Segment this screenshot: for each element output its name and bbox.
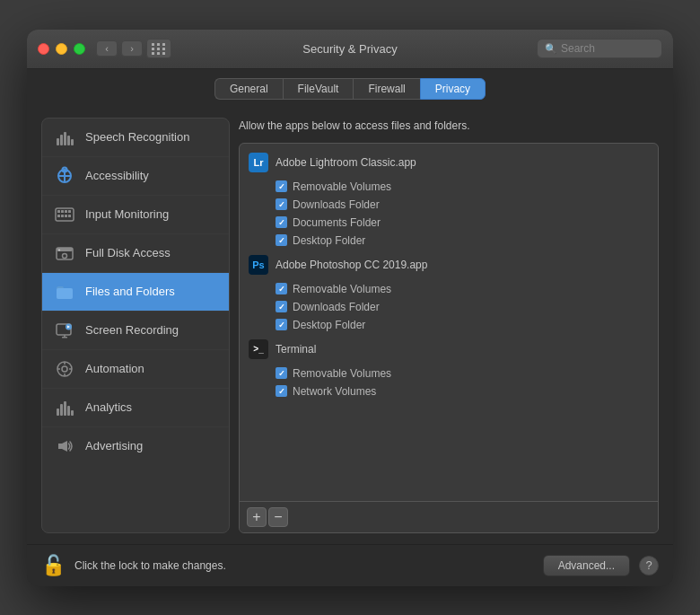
sidebar-item-input-monitoring[interactable]: Input Monitoring <box>42 196 229 234</box>
terminal-perm-0[interactable]: Removable Volumes <box>240 365 658 382</box>
photoshop-perm-2-checkbox[interactable] <box>276 319 287 330</box>
minimize-button[interactable] <box>56 43 67 55</box>
apps-list-container: Lr Adobe Lightroom Classic.app Removable… <box>239 143 659 533</box>
files-and-folders-icon <box>53 280 76 303</box>
titlebar: ‹ › Security & Privacy 🔍 <box>27 30 673 69</box>
app-grid-button[interactable] <box>146 39 171 58</box>
lightroom-perm-2[interactable]: Documents Folder <box>240 214 658 232</box>
lightroom-perm-1[interactable]: Downloads Folder <box>240 196 658 214</box>
svg-point-20 <box>63 253 67 258</box>
lightroom-perm-1-checkbox[interactable] <box>276 198 287 210</box>
tab-filevault[interactable]: FileVault <box>283 78 354 100</box>
sidebar-item-speech-recognition[interactable]: Speech Recognition <box>42 119 229 157</box>
lightroom-perm-3-checkbox[interactable] <box>276 234 287 246</box>
svg-rect-22 <box>57 288 73 299</box>
sidebar-item-screen-recording[interactable]: Screen Recording <box>42 312 229 350</box>
nav-buttons: ‹ › <box>96 40 143 57</box>
maximize-button[interactable] <box>74 43 85 55</box>
sidebar-label-advertising: Advertising <box>85 439 143 452</box>
panel-description: Allow the apps below to access files and… <box>239 118 659 136</box>
lightroom-badge: Lr <box>249 153 268 172</box>
svg-rect-2 <box>64 132 66 145</box>
traffic-lights <box>38 43 85 55</box>
remove-app-button[interactable]: − <box>268 507 288 527</box>
sidebar-label-analytics: Analytics <box>85 400 132 414</box>
terminal-perm-0-label: Removable Volumes <box>293 367 391 380</box>
sidebar-item-full-disk-access[interactable]: Full Disk Access <box>42 234 229 273</box>
photoshop-perm-2[interactable]: Desktop Folder <box>240 316 658 334</box>
photoshop-perm-0-label: Removable Volumes <box>293 283 391 295</box>
lightroom-perm-3[interactable]: Desktop Folder <box>240 232 658 250</box>
photoshop-perm-1-checkbox[interactable] <box>276 301 287 312</box>
lightroom-perm-0-checkbox[interactable] <box>276 180 287 192</box>
terminal-perm-1-checkbox[interactable] <box>276 385 287 397</box>
help-button[interactable]: ? <box>639 556 659 575</box>
main-content: Speech Recognition Accessibility <box>27 107 673 544</box>
sidebar-item-files-and-folders[interactable]: Files and Folders <box>42 273 229 312</box>
svg-rect-1 <box>60 135 63 145</box>
list-actions: + − <box>240 501 658 532</box>
close-button[interactable] <box>38 43 49 55</box>
sidebar-label-speech-recognition: Speech Recognition <box>85 130 189 144</box>
add-app-button[interactable]: + <box>247 507 267 527</box>
svg-rect-15 <box>61 215 64 217</box>
sidebar-label-accessibility: Accessibility <box>85 169 149 182</box>
tab-firewall[interactable]: Firewall <box>353 78 419 100</box>
search-input[interactable] <box>561 42 654 55</box>
window-title: Security & Privacy <box>302 42 397 56</box>
apps-list-scroll[interactable]: Lr Adobe Lightroom Classic.app Removable… <box>240 144 658 501</box>
photoshop-badge: Ps <box>249 255 268 275</box>
photoshop-perm-1[interactable]: Downloads Folder <box>240 298 658 316</box>
bottom-bar: 🔓 Click the lock to make changes. Advanc… <box>27 544 673 586</box>
lightroom-perm-0[interactable]: Removable Volumes <box>240 178 658 196</box>
svg-rect-17 <box>68 215 71 217</box>
sidebar-label-full-disk-access: Full Disk Access <box>85 246 171 259</box>
photoshop-perm-0-checkbox[interactable] <box>276 283 287 294</box>
svg-rect-36 <box>64 401 66 416</box>
lock-text: Click the lock to make changes. <box>74 559 534 572</box>
back-button[interactable]: ‹ <box>96 40 118 57</box>
app-header-photoshop: Ps Adobe Photoshop CC 2019.app <box>240 250 658 280</box>
automation-icon <box>53 357 76 381</box>
svg-rect-4 <box>71 139 74 145</box>
app-header-lightroom: Lr Adobe Lightroom Classic.app <box>240 147 658 178</box>
sidebar-item-accessibility[interactable]: Accessibility <box>42 157 229 196</box>
svg-rect-10 <box>57 210 60 213</box>
lightroom-perm-1-label: Downloads Folder <box>293 198 380 211</box>
search-box[interactable]: 🔍 <box>537 39 662 58</box>
screen-recording-icon <box>53 319 76 342</box>
svg-rect-24 <box>62 337 67 338</box>
full-disk-access-icon <box>53 242 76 265</box>
sidebar-label-input-monitoring: Input Monitoring <box>85 207 169 221</box>
terminal-perm-1[interactable]: Network Volumes <box>240 382 658 400</box>
advanced-button[interactable]: Advanced... <box>543 555 630 576</box>
sidebar-item-advertising[interactable]: Advertising <box>42 427 229 465</box>
lightroom-perm-2-checkbox[interactable] <box>276 216 287 228</box>
sidebar-item-automation[interactable]: Automation <box>42 350 229 389</box>
lock-icon[interactable]: 🔓 <box>41 554 66 577</box>
photoshop-perm-0[interactable]: Removable Volumes <box>240 280 658 298</box>
lightroom-perm-3-label: Desktop Folder <box>293 234 365 247</box>
svg-rect-38 <box>71 410 74 416</box>
svg-rect-35 <box>60 404 63 416</box>
svg-point-21 <box>58 249 60 250</box>
svg-rect-16 <box>65 215 67 217</box>
sidebar-item-analytics[interactable]: Analytics <box>42 389 229 427</box>
forward-button[interactable]: › <box>121 40 143 57</box>
svg-rect-11 <box>61 210 64 213</box>
input-monitoring-icon <box>53 203 76 226</box>
svg-rect-37 <box>67 406 70 416</box>
sidebar-label-screen-recording: Screen Recording <box>85 323 179 337</box>
right-panel: Allow the apps below to access files and… <box>239 118 659 533</box>
terminal-perm-1-label: Network Volumes <box>293 385 376 398</box>
sidebar-label-files-and-folders: Files and Folders <box>85 285 175 298</box>
svg-rect-14 <box>57 215 60 217</box>
svg-rect-3 <box>67 136 70 145</box>
advertising-icon <box>53 435 76 458</box>
tab-privacy[interactable]: Privacy <box>420 78 486 100</box>
main-window: ‹ › Security & Privacy 🔍 General FileVau… <box>27 30 673 586</box>
tab-general[interactable]: General <box>214 78 283 100</box>
app-header-terminal: >_ Terminal <box>240 334 658 365</box>
terminal-perm-0-checkbox[interactable] <box>276 367 287 379</box>
svg-rect-12 <box>65 210 67 213</box>
